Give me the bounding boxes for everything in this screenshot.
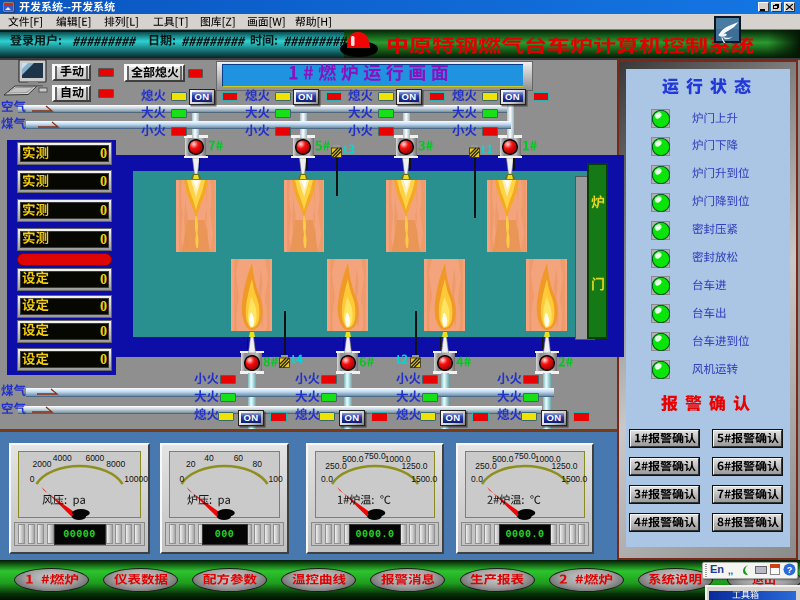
svg-text:?: ? — [787, 565, 793, 575]
